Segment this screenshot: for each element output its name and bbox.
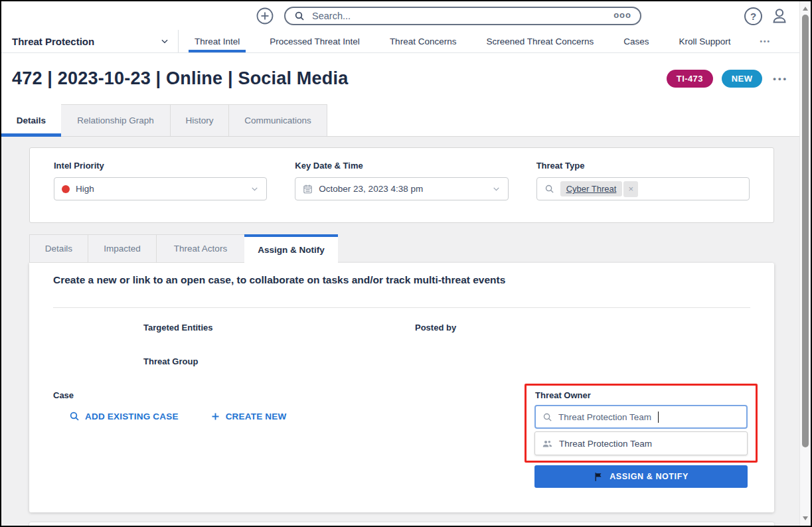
threat-owner-suggestion-item[interactable]: Threat Protection Team — [534, 431, 748, 455]
tab-communications[interactable]: Communications — [228, 104, 327, 136]
key-date-time-label: Key Date & Time — [295, 161, 508, 171]
summary-fields-panel: Intel Priority High Key Date & Time — [29, 147, 774, 223]
subtab-impacted[interactable]: Impacted — [88, 234, 157, 263]
application-nav: Threat Protection Threat Intel Processed… — [1, 30, 799, 53]
scroll-up-icon[interactable] — [800, 3, 811, 14]
threat-owner-label: Threat Owner — [535, 390, 591, 400]
create-new-case-label: CREATE NEW — [226, 412, 287, 421]
detail-tab-bar: Details Impacted Threat Actors Assign & … — [29, 234, 337, 263]
record-header: 472 | 2023-10-23 | Online | Social Media… — [1, 53, 799, 104]
case-label: Case — [53, 390, 74, 400]
create-new-case-button[interactable]: CREATE NEW — [210, 411, 287, 421]
record-content: Intel Priority High Key Date & Time — [1, 137, 799, 526]
intel-priority-select[interactable]: High — [54, 177, 267, 200]
subtab-assign-notify[interactable]: Assign & Notify — [244, 234, 338, 263]
threat-group-label: Threat Group — [143, 356, 198, 366]
targeted-entities-label: Targeted Entities — [143, 323, 213, 333]
threat-type-chip: Cyber Threat × — [560, 181, 639, 197]
user-group-icon — [542, 438, 553, 449]
priority-high-dot-icon — [62, 185, 70, 193]
intel-priority-value: High — [76, 184, 94, 194]
panel-heading: Create a new or link to an open case, to… — [53, 274, 505, 286]
threat-type-select[interactable]: Cyber Threat × — [536, 177, 750, 200]
search-icon — [69, 411, 80, 421]
assign-notify-button-label: ASSIGN & NOTIFY — [609, 472, 689, 481]
scroll-down-icon[interactable] — [800, 513, 811, 524]
nav-tab-threat-intel[interactable]: Threat Intel — [189, 30, 246, 52]
nav-tab-threat-concerns[interactable]: Threat Concerns — [384, 30, 463, 52]
intel-priority-field: Intel Priority High — [54, 161, 267, 222]
record-more-icon[interactable]: ••• — [773, 74, 788, 84]
threat-owner-search-value: Threat Protection Team — [558, 412, 651, 422]
case-actions: ADD EXISTING CASE CREATE NEW — [69, 411, 286, 421]
plus-icon — [210, 412, 220, 421]
nav-tab-cases[interactable]: Cases — [617, 30, 655, 52]
chevron-down-icon — [492, 185, 501, 193]
add-existing-case-button[interactable]: ADD EXISTING CASE — [69, 411, 179, 421]
next-section-card — [29, 522, 774, 526]
key-date-time-picker[interactable]: October 23, 2023 4:38 pm — [295, 177, 508, 200]
nav-overflow-icon[interactable]: ••• — [755, 30, 777, 52]
nav-tab-list: Threat Intel Processed Threat Intel Thre… — [189, 30, 776, 52]
add-existing-case-label: ADD EXISTING CASE — [85, 412, 179, 421]
threat-owner-suggestion-label: Threat Protection Team — [559, 439, 652, 449]
nav-tab-processed-threat-intel[interactable]: Processed Threat Intel — [264, 30, 366, 52]
text-cursor — [658, 412, 659, 423]
assign-notify-button[interactable]: ASSIGN & NOTIFY — [534, 465, 748, 488]
search-icon — [544, 184, 554, 194]
posted-by-label: Posted by — [415, 323, 456, 333]
chevron-down-icon — [250, 185, 259, 193]
assign-notify-panel: Create a new or link to an open case, to… — [29, 263, 774, 512]
key-date-time-field: Key Date & Time October 23, 2023 4:38 pm — [295, 161, 508, 222]
threat-type-field: Threat Type Cyber Threat × — [536, 161, 750, 222]
nav-tab-screened-threat-concerns[interactable]: Screened Threat Concerns — [480, 30, 600, 52]
key-date-time-value: October 23, 2023 4:38 pm — [319, 184, 423, 194]
tab-relationship-graph[interactable]: Relationship Graph — [60, 104, 171, 136]
app-selector-dropdown[interactable]: Threat Protection — [1, 30, 179, 52]
search-icon — [294, 11, 305, 21]
global-search-bar[interactable]: ooo — [284, 7, 641, 25]
vertical-scrollbar[interactable] — [799, 1, 811, 526]
record-tab-bar: Details Relationship Graph History Commu… — [1, 104, 799, 137]
nav-tab-kroll-support[interactable]: Kroll Support — [673, 30, 737, 52]
search-options-icon[interactable]: ooo — [613, 11, 631, 21]
app-window: ooo ? Threat Protection Threat Intel Pro… — [1, 1, 811, 526]
intel-priority-label: Intel Priority — [54, 161, 267, 171]
threat-type-chip-value[interactable]: Cyber Threat — [560, 181, 623, 196]
help-icon[interactable]: ? — [744, 7, 762, 25]
tab-details[interactable]: Details — [1, 104, 61, 136]
calendar-icon — [303, 184, 313, 194]
record-title: 472 | 2023-10-23 | Online | Social Media — [12, 68, 667, 89]
scrollbar-thumb[interactable] — [802, 15, 809, 447]
threat-owner-annotation-box: Threat Owner Threat Protection Team — [525, 384, 758, 463]
top-bar: ooo ? — [1, 1, 799, 30]
record-id-badge: TI-473 — [667, 70, 713, 88]
divider — [53, 307, 750, 308]
app-selector-label: Threat Protection — [12, 36, 94, 47]
user-profile-icon[interactable] — [770, 6, 789, 26]
global-search-input[interactable] — [311, 10, 608, 22]
status-badge[interactable]: NEW — [722, 70, 763, 88]
tab-history[interactable]: History — [170, 104, 229, 136]
search-icon — [542, 412, 552, 422]
create-new-icon[interactable] — [256, 7, 274, 25]
threat-type-label: Threat Type — [536, 161, 750, 171]
flag-icon — [594, 472, 604, 482]
chip-remove-icon[interactable]: × — [623, 181, 638, 197]
subtab-details[interactable]: Details — [29, 234, 88, 263]
chevron-down-icon — [160, 37, 169, 46]
subtab-threat-actors[interactable]: Threat Actors — [156, 234, 245, 263]
threat-owner-search-input[interactable]: Threat Protection Team — [534, 405, 748, 429]
